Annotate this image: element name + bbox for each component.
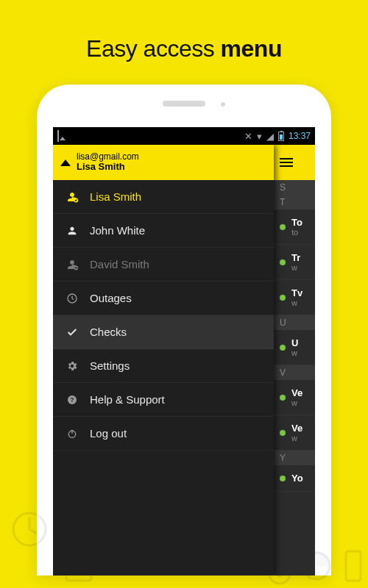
account-name: Lisa Smith — [77, 162, 139, 173]
screen: ✕ ▾ ◢ 13:37 lisa@gmail.com Lisa Smith — [53, 127, 315, 576]
list-item-subtitle: w — [291, 298, 302, 307]
user-check-icon — [65, 190, 79, 204]
list-item[interactable]: Vew — [274, 380, 315, 415]
section-header: Y — [274, 451, 315, 465]
drawer-item-outages[interactable]: Outages — [53, 282, 274, 315]
notification-image-icon — [57, 130, 59, 142]
list-item[interactable]: Toto — [274, 209, 315, 245]
help-icon: ? — [65, 392, 79, 407]
drawer-item-label: Log out — [90, 427, 127, 440]
svg-rect-2 — [74, 267, 77, 268]
account-email: lisa@gmail.com — [77, 152, 139, 162]
list-item[interactable]: Trw — [274, 245, 315, 280]
hamburger-icon[interactable] — [280, 158, 293, 167]
list-item-subtitle: to — [291, 228, 302, 237]
user-icon — [65, 223, 79, 238]
clock-icon — [65, 291, 79, 306]
drawer-user-lisa[interactable]: Lisa Smith — [53, 180, 274, 214]
check-icon — [65, 325, 79, 340]
list-item-title: Yo — [291, 473, 303, 484]
status-dot-icon — [280, 430, 286, 436]
wifi-icon: ▾ — [257, 131, 262, 142]
drawer-user-label: John White — [90, 224, 145, 237]
drawer-user-label: Lisa Smith — [90, 190, 141, 203]
drawer-item-label: Outages — [90, 292, 132, 304]
clock-text: 13:37 — [289, 131, 311, 141]
list-item[interactable]: Vew — [274, 415, 315, 451]
main-header — [274, 145, 315, 180]
svg-text:?: ? — [70, 396, 74, 404]
drawer-user-david[interactable]: David Smith — [53, 248, 274, 282]
status-dot-icon — [280, 295, 286, 301]
status-bar: ✕ ▾ ◢ 13:37 — [53, 127, 315, 145]
list-item-subtitle: w — [291, 434, 302, 442]
list-item-title: To — [291, 217, 302, 228]
gear-icon — [65, 359, 79, 373]
status-dot-icon — [280, 224, 286, 230]
main-panel: STTotoTrwTvwUUwVVewVewYYo — [274, 145, 315, 576]
status-dot-icon — [280, 476, 286, 481]
drawer-item-settings[interactable]: Settings — [53, 349, 274, 383]
user-minus-icon — [65, 257, 79, 272]
nav-drawer: lisa@gmail.com Lisa Smith Lisa Smith — [53, 145, 274, 576]
svg-rect-10 — [346, 551, 361, 581]
drawer-item-logout[interactable]: Log out — [53, 417, 274, 451]
list-item-title: Ve — [291, 423, 302, 434]
promo-headline: Easy access menu — [0, 0, 368, 85]
phone-frame: ✕ ▾ ◢ 13:37 lisa@gmail.com Lisa Smith — [37, 85, 331, 576]
drawer-item-checks[interactable]: Checks — [53, 315, 274, 349]
list-item-subtitle: w — [291, 348, 298, 357]
list-item[interactable]: Yo — [274, 465, 315, 492]
account-header[interactable]: lisa@gmail.com Lisa Smith — [53, 145, 274, 180]
drawer-user-john[interactable]: John White — [53, 214, 274, 248]
drawer-item-help[interactable]: ? Help & Support — [53, 383, 274, 417]
chevron-up-icon — [60, 159, 71, 166]
mute-icon: ✕ — [244, 131, 252, 142]
drawer-menu: Lisa Smith John White David Smith — [53, 180, 274, 451]
list-item-subtitle: w — [291, 398, 302, 407]
list-item-title: Tr — [291, 252, 300, 263]
drawer-item-label: Checks — [90, 326, 127, 338]
signal-icon: ◢ — [266, 131, 274, 142]
drawer-item-label: Settings — [90, 359, 130, 372]
status-dot-icon — [280, 395, 286, 401]
section-header: V — [274, 365, 315, 380]
section-header: T — [274, 195, 315, 209]
section-header: S — [274, 180, 315, 195]
list-item[interactable]: Tvw — [274, 280, 315, 315]
status-dot-icon — [280, 259, 286, 265]
drawer-item-label: Help & Support — [90, 393, 165, 406]
drawer-user-label: David Smith — [90, 258, 149, 270]
section-header: U — [274, 315, 315, 330]
list-item-subtitle: w — [291, 263, 300, 272]
power-icon — [65, 426, 79, 441]
list-item[interactable]: Uw — [274, 330, 315, 365]
checks-list[interactable]: STTotoTrwTvwUUwVVewVewYYo — [274, 180, 315, 492]
battery-icon — [278, 132, 284, 141]
list-item-title: Ve — [291, 387, 302, 398]
status-dot-icon — [280, 345, 286, 351]
list-item-title: U — [291, 337, 298, 348]
list-item-title: Tv — [291, 287, 302, 298]
